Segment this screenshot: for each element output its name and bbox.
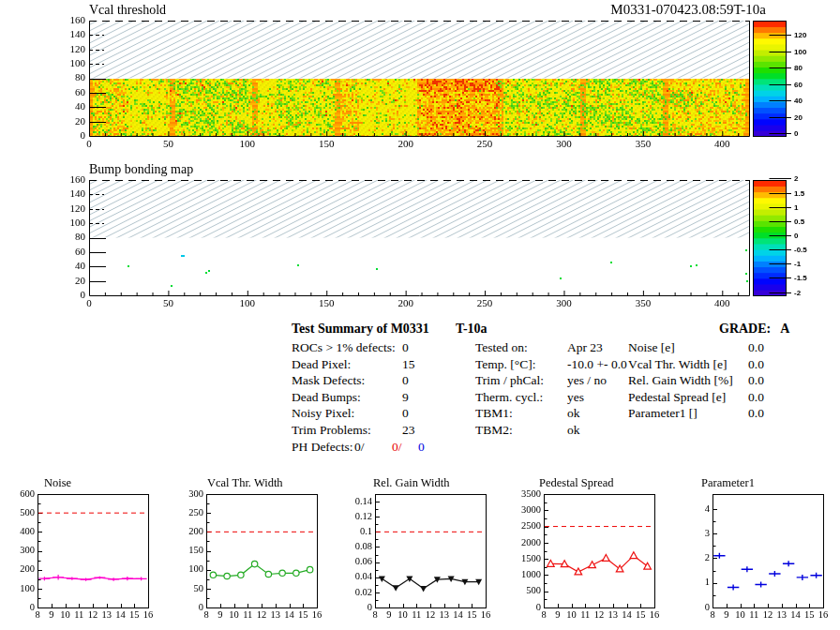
- summary-row: Rel. Gain Width [%]0.0: [628, 372, 788, 389]
- summary-row: Mask Defects:0: [292, 372, 488, 389]
- row-label: Temp. [°C]:: [475, 357, 535, 371]
- summary-row: ROCs > 1% defects:0: [292, 339, 488, 356]
- row-value: 9: [402, 389, 409, 406]
- row-value: 23: [402, 422, 415, 439]
- row-label: Vcal Thr. Width [e]: [628, 357, 727, 371]
- row-value: Apr 23: [567, 339, 603, 356]
- summary-title-text: Test Summary of M0331: [292, 322, 429, 336]
- noise-plot-title: Noise: [44, 476, 71, 490]
- row-label: Trim / phCal:: [475, 373, 544, 387]
- vcal-thr-width-plot: [169, 473, 338, 630]
- row-value: yes / no: [567, 372, 607, 389]
- bump-bonding-heatmap: [0, 159, 840, 314]
- summary-conditions-column: Tested on:Apr 23 Temp. [°C]:-10.0 +- 0.0…: [475, 339, 625, 439]
- row-value: -10.0 +- 0.0: [567, 356, 627, 373]
- summary-title: Test Summary of M0331T-10a: [292, 322, 488, 337]
- row-label: Mask Defects:: [292, 373, 365, 387]
- row-value: 0.0: [748, 405, 764, 422]
- module-id-title: M0331-070423.08:59T-10a: [610, 2, 766, 18]
- summary-row: Dead Pixel:15: [292, 356, 488, 373]
- summary-row: Tested on:Apr 23: [475, 339, 625, 356]
- summary-row: Temp. [°C]:-10.0 +- 0.0: [475, 356, 625, 373]
- row-label: PH Defects:: [292, 440, 353, 454]
- row-value: 0.0: [748, 356, 764, 373]
- summary-row: Dead Bumps:9: [292, 389, 488, 406]
- row-label: Noisy Pixel:: [292, 406, 354, 420]
- summary-row: Parameter1 []0.0: [628, 405, 788, 422]
- row-label: Therm. cycl.:: [475, 390, 543, 404]
- summary-row: Trim / phCal:yes / no: [475, 372, 625, 389]
- row-value: 0.0: [748, 372, 764, 389]
- summary-row: TBM2:ok: [475, 422, 625, 439]
- pedestal-plot-title: Pedestal Spread: [539, 476, 614, 490]
- row-label: TBM2:: [475, 423, 513, 437]
- summary-defects-column: ROCs > 1% defects:0 Dead Pixel:15 Mask D…: [292, 339, 488, 455]
- row-label: Pedestal Spread [e]: [628, 390, 726, 404]
- row-label: Dead Pixel:: [292, 357, 351, 371]
- row-value: 0: [402, 372, 409, 389]
- summary-module-type: T-10a: [456, 322, 488, 336]
- grade-line: GRADE:A: [719, 322, 789, 337]
- summary-row: Therm. cycl.:yes: [475, 389, 625, 406]
- noise-plot: [0, 473, 169, 630]
- row-value: ok: [567, 422, 580, 439]
- rel-gain-width-plot: [338, 473, 506, 630]
- row-value: 0: [402, 405, 409, 422]
- pedestal-spread-plot: [506, 473, 675, 630]
- row-value: 15: [402, 356, 415, 373]
- summary-row-ph-defects: PH Defects: 0/ 0/ 0: [292, 439, 488, 456]
- summary-row: Noisy Pixel:0: [292, 405, 488, 422]
- row-label: Dead Bumps:: [292, 390, 361, 404]
- vcal-width-plot-title: Vcal Thr. Width: [207, 476, 283, 490]
- module-test-report-page: Vcal threshold M0331-070423.08:59T-10a B…: [0, 0, 840, 630]
- summary-row: Vcal Thr. Width [e]0.0: [628, 356, 788, 373]
- ph-value-2: 0/: [392, 439, 402, 456]
- summary-results-column: Noise [e]0.0 Vcal Thr. Width [e]0.0 Rel.…: [628, 339, 788, 422]
- row-value: yes: [567, 389, 584, 406]
- summary-row: Noise [e]0.0: [628, 339, 788, 356]
- vcal-plot-title: Vcal threshold: [89, 3, 166, 18]
- summary-row: TBM1:ok: [475, 405, 625, 422]
- row-value: 0: [402, 339, 409, 356]
- row-value: 0.0: [748, 339, 764, 356]
- ph-value-3: 0: [418, 439, 425, 456]
- parameter1-plot: [675, 473, 840, 630]
- row-label: Noise [e]: [628, 340, 675, 354]
- row-label: Rel. Gain Width [%]: [628, 373, 733, 387]
- row-label: TBM1:: [475, 406, 513, 420]
- rel-gain-plot-title: Rel. Gain Width: [373, 476, 450, 490]
- grade-label: GRADE:: [719, 322, 771, 336]
- row-label: Parameter1 []: [628, 406, 698, 420]
- ph-value-1: 0/: [354, 439, 365, 456]
- vcal-threshold-heatmap: [0, 0, 840, 159]
- row-label: ROCs > 1% defects:: [292, 340, 396, 354]
- row-label: Tested on:: [475, 340, 528, 354]
- parameter1-plot-title: Parameter1: [701, 476, 755, 490]
- grade-value: A: [780, 322, 789, 336]
- row-value: ok: [567, 405, 580, 422]
- summary-row: Trim Problems:23: [292, 422, 488, 439]
- summary-row: Pedestal Spread [e]0.0: [628, 389, 788, 406]
- bump-plot-title: Bump bonding map: [89, 162, 193, 177]
- row-label: Trim Problems:: [292, 423, 371, 437]
- row-value: 0.0: [748, 389, 764, 406]
